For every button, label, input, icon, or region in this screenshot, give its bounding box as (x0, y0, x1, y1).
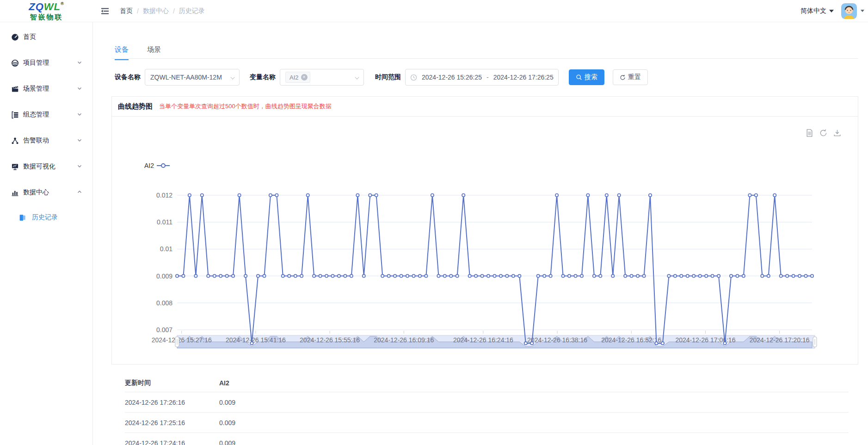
svg-text:2024-12-26 16:24:16: 2024-12-26 16:24:16 (453, 336, 513, 344)
variable-name-label: 变量名称 (250, 73, 276, 81)
svg-text:2024-12-26 16:38:16: 2024-12-26 16:38:16 (527, 336, 587, 344)
time-range-picker[interactable]: 2024-12-26 15:26:25 - 2024-12-26 17:26:2… (405, 69, 559, 86)
language-selector[interactable]: 简体中文 (800, 7, 834, 15)
user-menu-caret-icon[interactable] (861, 10, 864, 12)
avatar[interactable] (841, 3, 857, 19)
line-chart[interactable]: 0.0070.0080.0090.010.0110.0122024-12-26 … (112, 117, 858, 365)
table-row: 2024-12-26 17:26:16 0.009 (125, 392, 849, 413)
sidebar-item-visualization[interactable]: 数据可视化 (0, 154, 92, 179)
svg-text:0.007: 0.007 (156, 326, 172, 334)
chevron-down-icon (77, 85, 82, 93)
menu-fold-icon[interactable] (98, 5, 111, 18)
variable-select[interactable]: AI2 × (280, 69, 364, 86)
search-button[interactable]: 搜索 (569, 69, 604, 85)
project-icon (11, 59, 19, 67)
main-content: 设备 场景 设备名称 ZQWL-NET-AA80M-12M 变量名称 AI2 ×… (93, 22, 868, 445)
filter-bar: 设备名称 ZQWL-NET-AA80M-12M 变量名称 AI2 × 时间范围 … (115, 69, 648, 86)
svg-text:0.01: 0.01 (160, 245, 172, 253)
sidebar-item-alarm[interactable]: 告警联动 (0, 128, 92, 154)
header-right: 简体中文 (800, 3, 864, 19)
breadcrumb-home[interactable]: 首页 (120, 7, 133, 15)
logo-name: 智嵌物联 (30, 13, 63, 20)
device-select-value: ZQWL-NET-AA80M-12M (150, 74, 222, 81)
time-start-value: 2024-12-26 15:26:25 (422, 74, 482, 81)
language-label: 简体中文 (800, 7, 826, 15)
variable-tag: AI2 × (285, 72, 310, 83)
sidebar-item-scenes[interactable]: 场景管理 (0, 76, 92, 102)
device-select[interactable]: ZQWL-NET-AA80M-12M (145, 69, 240, 86)
svg-text:2024-12-26 16:09:16: 2024-12-26 16:09:16 (374, 336, 434, 344)
sidebar-item-hmi[interactable]: 组态管理 (0, 102, 92, 128)
breadcrumb: 首页 / 数据中心 / 历史记录 (120, 7, 205, 15)
chevron-down-icon (355, 75, 359, 79)
alarm-linkage-icon (11, 137, 19, 145)
chart-warning-note: 当单个变量单次查询超过500个数值时，曲线趋势图呈现聚合数据 (159, 102, 332, 111)
breadcrumb-datacenter[interactable]: 数据中心 (143, 7, 169, 15)
chevron-down-icon (77, 59, 82, 67)
dashboard-icon (11, 33, 19, 41)
reset-button[interactable]: 重置 (613, 69, 648, 85)
svg-text:2024-12-26 17:20:16: 2024-12-26 17:20:16 (750, 336, 810, 344)
column-header-time: 更新时间 (125, 379, 219, 387)
svg-text:0.009: 0.009 (156, 272, 172, 280)
data-visualization-icon (11, 163, 19, 171)
time-end-value: 2024-12-26 17:26:25 (493, 74, 554, 81)
breadcrumb-separator: / (173, 7, 175, 15)
svg-text:2024-12-26 15:41:16: 2024-12-26 15:41:16 (226, 336, 286, 344)
sidebar-item-home[interactable]: 首页 (0, 24, 92, 50)
table-header-row: 更新时间 AI2 (125, 374, 849, 392)
refresh-icon (620, 74, 626, 80)
chevron-down-icon (77, 111, 82, 118)
chevron-up-icon (77, 189, 82, 196)
app-root: ZQWL® 智嵌物联 首页 / 数据中心 / 历史记录 简体中文 (0, 0, 868, 445)
history-table: 更新时间 AI2 2024-12-26 17:26:16 0.009 2024-… (125, 374, 849, 445)
history-record-icon (18, 214, 26, 222)
scene-icon (11, 85, 19, 93)
svg-text:2024-12-26 15:55:16: 2024-12-26 15:55:16 (300, 336, 360, 344)
chevron-down-icon (77, 137, 82, 144)
data-center-icon (11, 189, 19, 197)
clock-icon (410, 74, 417, 81)
tab-divider (112, 58, 858, 59)
chevron-down-icon (77, 163, 82, 170)
search-icon (576, 74, 582, 80)
sidebar-item-projects[interactable]: 项目管理 (0, 50, 92, 76)
brand-logo: ZQWL® 智嵌物联 (0, 0, 93, 22)
svg-text:0.011: 0.011 (157, 218, 172, 226)
svg-text:2024-12-26 15:27:16: 2024-12-26 15:27:16 (152, 336, 212, 344)
chart-title: 曲线趋势图 (118, 102, 153, 111)
chevron-down-icon (829, 10, 834, 12)
svg-text:0.012: 0.012 (156, 192, 172, 199)
tag-remove-icon[interactable]: × (301, 74, 308, 80)
svg-text:2024-12-26 16:52:16: 2024-12-26 16:52:16 (601, 336, 661, 344)
table-row: 2024-12-26 17:25:16 0.009 (125, 413, 849, 433)
table-row: 2024-12-26 17:24:16 0.009 (125, 433, 849, 445)
logo-text: ZQWL® (29, 2, 64, 12)
card-header: 曲线趋势图 当单个变量单次查询超过500个数值时，曲线趋势图呈现聚合数据 (112, 97, 858, 117)
top-header: ZQWL® 智嵌物联 首页 / 数据中心 / 历史记录 简体中文 (0, 0, 868, 22)
avatar-image (841, 3, 857, 19)
breadcrumb-current: 历史记录 (179, 7, 205, 15)
svg-text:0.008: 0.008 (156, 299, 172, 307)
time-range-label: 时间范围 (375, 73, 401, 81)
trend-chart-card: 曲线趋势图 当单个变量单次查询超过500个数值时，曲线趋势图呈现聚合数据 (111, 96, 858, 365)
hmi-config-icon (11, 111, 19, 119)
chevron-down-icon (230, 75, 234, 79)
device-name-label: 设备名称 (115, 73, 141, 81)
time-separator: - (486, 74, 489, 81)
sidebar: 首页 项目管理 场景管理 组态管理 (0, 22, 93, 445)
sidebar-item-datacenter[interactable]: 数据中心 (0, 179, 92, 205)
sidebar-subitem-history[interactable]: 历史记录 (0, 205, 92, 229)
chart-area: AI2 0.0070.0080.0090.010.0110.0122024-12… (112, 117, 858, 365)
breadcrumb-separator: / (137, 7, 139, 15)
column-header-ai2: AI2 (219, 379, 229, 387)
